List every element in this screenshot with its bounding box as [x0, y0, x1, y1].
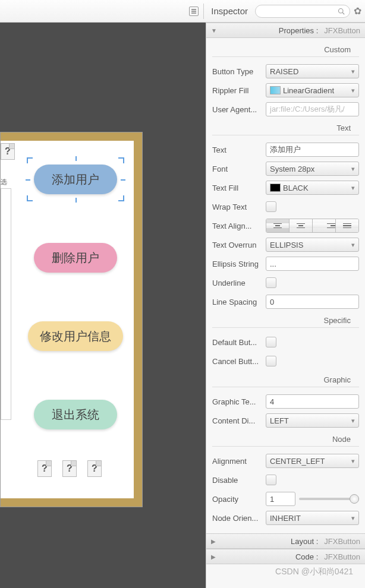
checkbox-default-button[interactable]	[266, 337, 276, 347]
label-text-fill: Text Fill	[212, 184, 261, 192]
inspector-title: Inspector	[204, 6, 255, 16]
align-right-icon	[313, 219, 336, 232]
label-text: Text	[212, 146, 261, 154]
section-node: Node	[212, 430, 359, 447]
input-opacity[interactable]: 1	[266, 492, 295, 506]
accordion-layout[interactable]: ▶ Layout : JFXButton	[206, 533, 365, 549]
combo-font[interactable]: System 28px	[266, 162, 359, 176]
segmented-text-align[interactable]	[266, 219, 359, 233]
label-disable: Disable	[212, 476, 261, 485]
label-text-align: Text Align...	[212, 222, 261, 230]
search-icon	[338, 8, 345, 15]
checkbox-wrap-text[interactable]	[266, 201, 276, 212]
checkbox-disable[interactable]	[266, 475, 276, 485]
swatch-icon	[270, 86, 281, 94]
search-input[interactable]	[255, 5, 350, 18]
combo-rippler-fill[interactable]: LinearGradient	[266, 83, 359, 97]
document-icon[interactable]	[189, 7, 199, 16]
label-underline: Underline	[212, 279, 261, 287]
chevron-right-icon: ▶	[211, 554, 216, 560]
combo-text-fill[interactable]: BLACK	[266, 181, 359, 195]
label-default-button: Default But...	[212, 338, 261, 347]
unknown-node-icon[interactable]: ?	[1, 143, 15, 160]
list-placeholder	[1, 188, 11, 420]
chevron-right-icon: ▶	[211, 538, 216, 545]
svg-point-0	[339, 8, 344, 13]
unknown-node-icon[interactable]: ?	[37, 460, 52, 477]
label-alignment: Alignment	[212, 457, 261, 466]
label-button-type: Button Type	[212, 67, 261, 76]
button-delete-user[interactable]: 删除用户	[34, 243, 117, 273]
svg-line-1	[342, 12, 344, 14]
combo-content-display[interactable]: LEFT	[266, 413, 359, 428]
design-canvas[interactable]: ? 选 添加用户 删除用户 修改用户信息 退出系统 ? ? ?	[0, 23, 206, 588]
combo-alignment[interactable]: CENTER_LEFT	[266, 454, 359, 468]
swatch-icon	[270, 184, 281, 192]
scene-frame: ? 选 添加用户 删除用户 修改用户信息 退出系统 ? ? ?	[0, 132, 143, 507]
combo-node-orientation[interactable]: INHERIT	[266, 511, 359, 525]
section-custom: Custom	[212, 40, 359, 57]
align-left-icon	[266, 219, 290, 232]
gear-icon[interactable]: ✿	[350, 5, 365, 17]
unknown-node-icon[interactable]: ?	[87, 460, 102, 477]
inspector-panel: ▼ Properties : JFXButton Custom Button T…	[206, 23, 365, 588]
section-specific: Specific	[212, 311, 359, 328]
label-graphic-text-gap: Graphic Te...	[212, 397, 261, 406]
side-label: 选	[1, 178, 7, 186]
label-content-display: Content Di...	[212, 416, 261, 425]
label-opacity: Opacity	[212, 495, 261, 504]
label-node-orientation: Node Orien...	[212, 514, 261, 523]
label-rippler-fill: Rippler Fill	[212, 86, 261, 95]
checkbox-cancel-button[interactable]	[266, 356, 276, 366]
align-center-icon	[290, 219, 313, 232]
button-edit-user[interactable]: 修改用户信息	[28, 321, 123, 351]
label-user-agent: User Agent...	[212, 105, 261, 114]
slider-opacity[interactable]	[299, 498, 359, 500]
input-line-spacing[interactable]: 0	[266, 295, 359, 309]
label-cancel-button: Cancel Butt...	[212, 357, 261, 366]
toolbar: Inspector ✿	[0, 0, 365, 23]
align-justify-icon	[336, 219, 358, 232]
combo-button-type[interactable]: RAISED	[266, 64, 359, 78]
section-graphic: Graphic	[212, 371, 359, 387]
checkbox-underline[interactable]	[266, 277, 276, 288]
label-wrap-text: Wrap Text	[212, 203, 261, 211]
input-user-agent[interactable]: jar:file:/C:/Users/杨凡/	[266, 102, 359, 116]
section-text: Text	[212, 119, 359, 135]
combo-text-overrun[interactable]: ELLIPSIS	[266, 238, 359, 252]
button-add-user[interactable]: 添加用户	[34, 165, 117, 194]
unknown-node-icon[interactable]: ?	[62, 460, 77, 477]
label-ellipsis-string: Ellipsis String	[212, 260, 261, 268]
accordion-properties[interactable]: ▼ Properties : JFXButton	[206, 23, 365, 38]
input-text[interactable]: 添加用户	[266, 143, 359, 157]
label-font: Font	[212, 165, 261, 173]
input-ellipsis-string[interactable]: ...	[266, 257, 359, 271]
button-exit[interactable]: 退出系统	[34, 400, 117, 429]
label-text-overrun: Text Overrun	[212, 241, 261, 249]
chevron-down-icon: ▼	[211, 27, 217, 34]
accordion-code[interactable]: ▶ Code : JFXButton	[206, 549, 365, 564]
input-graphic-text-gap[interactable]: 4	[266, 394, 359, 409]
label-line-spacing: Line Spacing	[212, 298, 261, 306]
